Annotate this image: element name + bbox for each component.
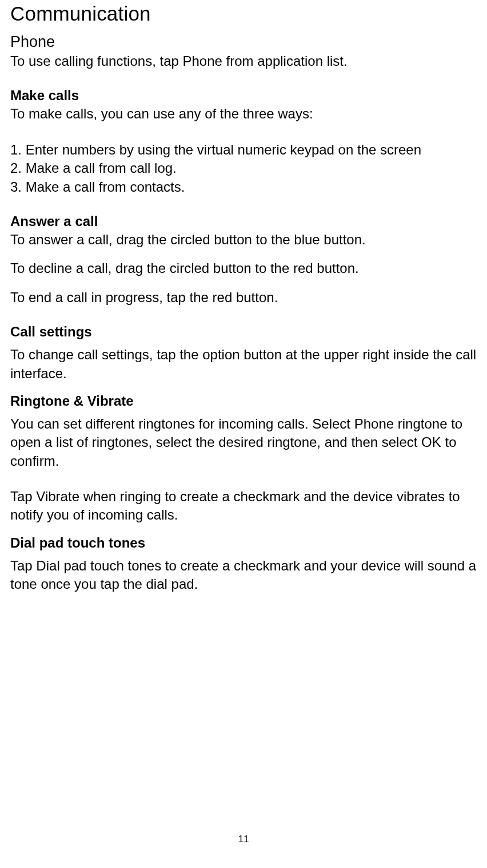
section-heading-phone: Phone (10, 33, 477, 51)
ringtone-p1: You can set different ringtones for inco… (10, 415, 477, 470)
make-calls-intro: To make calls, you can use any of the th… (10, 105, 477, 123)
subheading-dialpad-tones: Dial pad touch tones (10, 535, 477, 551)
answer-call-p1: To answer a call, drag the circled butto… (10, 231, 477, 249)
subheading-ringtone-vibrate: Ringtone & Vibrate (10, 393, 477, 409)
page-number: 11 (0, 834, 487, 845)
subheading-make-calls: Make calls (10, 88, 477, 104)
make-calls-item-1: 1. Enter numbers by using the virtual nu… (10, 141, 477, 159)
page-title: Communication (10, 2, 477, 25)
dialpad-p1: Tap Dial pad touch tones to create a che… (10, 557, 477, 594)
answer-call-p2: To decline a call, drag the circled butt… (10, 259, 477, 278)
subheading-call-settings: Call settings (10, 324, 477, 340)
make-calls-item-3: 3. Make a call from contacts. (10, 178, 477, 196)
make-calls-item-2: 2. Make a call from call log. (10, 159, 477, 177)
phone-intro-text: To use calling functions, tap Phone from… (10, 52, 477, 70)
call-settings-p1: To change call settings, tap the option … (10, 346, 477, 383)
answer-call-p3: To end a call in progress, tap the red b… (10, 288, 477, 307)
ringtone-p2: Tap Vibrate when ringing to create a che… (10, 487, 477, 525)
subheading-answer-call: Answer a call (10, 213, 477, 229)
